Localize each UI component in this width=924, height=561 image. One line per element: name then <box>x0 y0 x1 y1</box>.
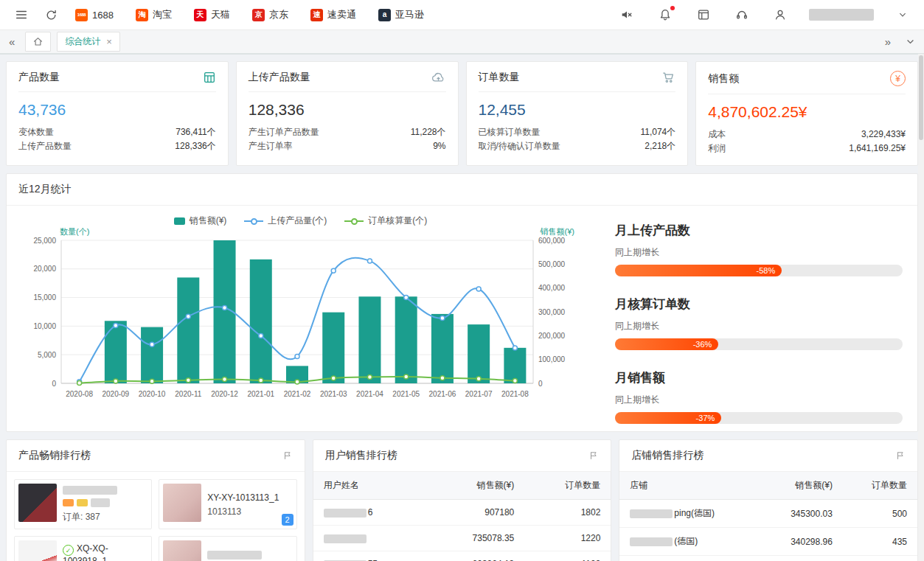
1688-favicon: 1688 <box>75 9 88 21</box>
product-id: 1013113 <box>207 506 292 517</box>
menu-icon[interactable] <box>12 5 31 24</box>
scrollbar-thumb[interactable] <box>919 55 923 140</box>
sales-value: 345300.03 <box>760 500 843 528</box>
volume-mute-icon[interactable] <box>617 5 636 24</box>
stat-value: 12,455 <box>479 101 676 119</box>
growth-upload: 月上传产品数 同上期增长 -58% <box>615 222 903 276</box>
table-row[interactable]: 735078.35 1220 <box>313 526 611 551</box>
count-badge: 2 <box>282 514 293 526</box>
orders-value: 435 <box>843 528 917 556</box>
stat-value: 128,336 <box>249 101 446 119</box>
growth-label: 同上期增长 <box>615 320 903 332</box>
dashboard-main: 产品数量 43,736 变体数量736,411个上传产品数量128,336个 上… <box>0 55 924 561</box>
site-tab-京东[interactable]: 京 京东 <box>252 8 288 21</box>
stat-card-sales: 销售额 ¥ 4,870,602.25¥ 成本3,229,433¥利润1,641,… <box>695 61 918 166</box>
svg-text:2020-08: 2020-08 <box>66 390 93 398</box>
svg-text:0: 0 <box>52 380 56 388</box>
product-card[interactable] <box>159 536 296 561</box>
tab-list-icon[interactable] <box>906 37 915 46</box>
svg-text:销售额(¥): 销售额(¥) <box>540 227 574 236</box>
product-card[interactable]: ✓XQ-XQ-1003918_1 <box>14 536 152 561</box>
user-rank-panel: 用户销售排行榜 用户姓名销售额(¥)订单数量 6 907180 1802 735… <box>313 439 612 561</box>
chart-legend: 销售额(¥) 上传产品量(个) 订单核算量(个) <box>18 215 583 227</box>
product-rank-panel: 产品畅销排行榜 订单: 387 XY-XY-1013113_1 1013113 <box>6 439 305 561</box>
stat-sub-row: 上传产品数量128,336个 <box>18 139 216 153</box>
product-image <box>18 484 57 522</box>
sales-value: 603264.13 <box>428 551 525 561</box>
close-tab-icon[interactable]: × <box>106 36 112 47</box>
vertical-scrollbar[interactable] <box>918 54 924 561</box>
user-name-redacted <box>809 9 874 21</box>
taobao-favicon: 淘 <box>136 9 148 21</box>
product-card[interactable]: XY-XY-1013113_1 1013113 2 <box>159 479 296 529</box>
table-row[interactable]: ping(德国) 345300.03 500 <box>619 500 917 528</box>
svg-text:2021-07: 2021-07 <box>465 390 493 398</box>
growth-bar-fill: -36% <box>615 338 718 350</box>
stat-sub-row: 取消/待确认订单数量2,218个 <box>479 139 676 153</box>
site-tab-亚马逊[interactable]: a 亚马逊 <box>378 8 424 21</box>
table-row[interactable]: 55 603264.13 1129 <box>313 551 611 561</box>
name-visible-part: 6 <box>368 507 373 518</box>
store-rank-table: 店铺销售额(¥)订单数量 ping(德国) 345300.03 500 (德国)… <box>619 472 917 561</box>
growth-bar-track: -58% <box>615 265 903 276</box>
store-rank-panel: 店铺销售排行榜 店铺销售额(¥)订单数量 ping(德国) 345300.03 … <box>619 439 918 561</box>
growth-summary: 月上传产品数 同上期增长 -58% 月核算订单数 同上期增长 -36% 月销售额… <box>583 209 906 424</box>
aliexpress-favicon: 速 <box>310 9 323 21</box>
site-tab-天猫[interactable]: 天 天猫 <box>194 8 230 21</box>
sales-value: 907180 <box>428 500 525 526</box>
flag-icon[interactable] <box>895 450 906 461</box>
site-tab-速卖通[interactable]: 速 速卖通 <box>310 8 356 21</box>
svg-text:5,000: 5,000 <box>38 351 56 359</box>
product-sku: ✓XQ-XQ-1003918_1 <box>63 543 147 561</box>
svg-text:100,000: 100,000 <box>538 355 566 363</box>
grid-icon <box>203 71 216 84</box>
column-header: 销售额(¥) <box>760 472 843 500</box>
svg-text:0: 0 <box>538 380 543 388</box>
legend-item[interactable]: 订单核算量(个) <box>344 215 427 227</box>
monthly-stats-panel: 近12月统计 销售额(¥) 上传产品量(个) 订单核算量(个) 05,00010… <box>6 173 918 432</box>
sales-value: 735078.35 <box>428 526 525 551</box>
table-row[interactable]: (德国) 340298.96 435 <box>619 528 917 556</box>
stat-value: 4,870,602.25¥ <box>708 103 906 121</box>
user-icon[interactable] <box>771 5 790 24</box>
table-row[interactable]: 6 907180 1802 <box>313 500 611 526</box>
legend-item[interactable]: 销售额(¥) <box>174 215 227 227</box>
stat-card-orders: 订单数量 12,455 已核算订单数量11,074个取消/待确认订单数量2,21… <box>466 61 689 166</box>
scroll-tabs-right-icon[interactable]: » <box>880 35 895 48</box>
yen-circle-icon: ¥ <box>890 71 906 86</box>
growth-sales: 月销售额 同上期增长 -37% <box>615 369 903 424</box>
panel-title: 近12月统计 <box>7 174 917 206</box>
home-tab[interactable] <box>25 32 51 52</box>
workbench-icon[interactable] <box>694 5 713 24</box>
growth-label: 同上期增长 <box>615 394 903 406</box>
svg-text:600,000: 600,000 <box>538 237 566 245</box>
svg-text:20,000: 20,000 <box>33 265 56 273</box>
orders-value: 1802 <box>524 500 611 526</box>
site-tab-淘宝[interactable]: 淘 淘宝 <box>136 8 172 21</box>
cart-icon <box>661 71 675 84</box>
stat-title: 订单数量 <box>479 71 520 84</box>
toolbar-right <box>617 5 912 24</box>
amazon-favicon: a <box>378 9 391 21</box>
refresh-icon[interactable] <box>41 5 60 24</box>
table-row[interactable]: WU(德国) 209001.85 266 <box>619 556 917 561</box>
monthly-chart: 销售额(¥) 上传产品量(个) 订单核算量(个) 05,00010,00015,… <box>18 209 583 424</box>
service-icon[interactable] <box>732 5 751 24</box>
site-label: 亚马逊 <box>395 8 424 21</box>
site-tab-1688[interactable]: 1688 1688 <box>75 9 114 21</box>
panel-title: 用户销售排行榜 <box>325 449 397 462</box>
svg-text:300,000: 300,000 <box>538 308 566 316</box>
column-header: 用户姓名 <box>313 472 428 500</box>
chevron-down-icon[interactable] <box>893 5 912 24</box>
bell-icon[interactable] <box>656 5 675 24</box>
product-card[interactable]: 订单: 387 <box>14 479 152 529</box>
tab-summary[interactable]: 综合统计 × <box>57 32 120 52</box>
orders-value: 500 <box>843 500 917 528</box>
flag-icon[interactable] <box>588 450 599 461</box>
legend-item[interactable]: 上传产品量(个) <box>244 215 327 227</box>
growth-bar-fill: -37% <box>615 412 721 424</box>
svg-text:25,000: 25,000 <box>33 237 56 245</box>
scroll-tabs-left-icon[interactable]: « <box>4 35 19 48</box>
legend-bar-marker <box>174 217 185 225</box>
flag-icon[interactable] <box>282 450 293 461</box>
